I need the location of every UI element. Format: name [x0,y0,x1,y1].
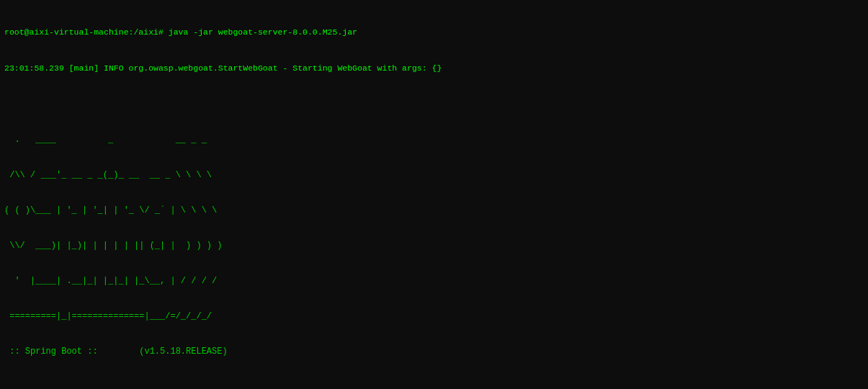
spring-logo-7: :: Spring Boot :: (v1.5.18.RELEASE) [4,346,864,358]
blank-line-2 [4,382,864,389]
spring-logo-5: ' |____| .__|_| |_|_| |_\__, | / / / / [4,276,864,287]
command-line-1: root@aixi-virtual-machine:/aixi# java -j… [4,27,864,39]
blank-line-1 [4,99,864,111]
spring-logo-6: =========|_|==============|___/=/_/_/_/ [4,311,864,323]
spring-logo-2: /\\ / ___'_ __ _ _(_)_ __ __ _ \ \ \ \ [4,170,864,182]
spring-logo-3: ( ( )\___ | '_ | '_| | '_ \/ _` | \ \ \ … [4,205,864,217]
spring-logo-4: \\/ ___)| |_)| | | | | || (_| | ) ) ) ) [4,241,864,252]
terminal-window: root@aixi-virtual-machine:/aixi# java -j… [4,3,864,389]
spring-logo-1: . ____ _ __ _ _ [4,135,864,146]
log-startup: 23:01:58.239 [main] INFO org.owasp.webgo… [4,63,864,75]
